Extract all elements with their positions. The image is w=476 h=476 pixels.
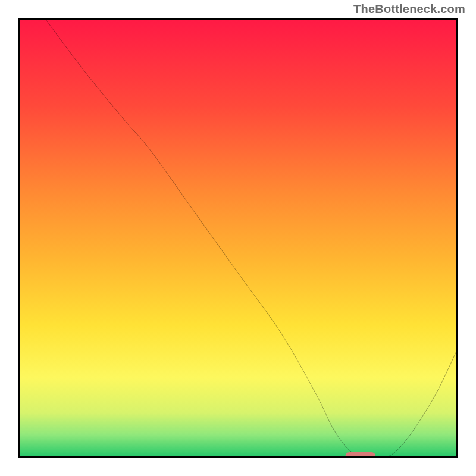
watermark-text: TheBottleneck.com <box>353 2 465 16</box>
chart-plot-area <box>18 18 458 458</box>
bottleneck-curve <box>20 20 456 456</box>
optimal-range-marker <box>345 452 375 458</box>
